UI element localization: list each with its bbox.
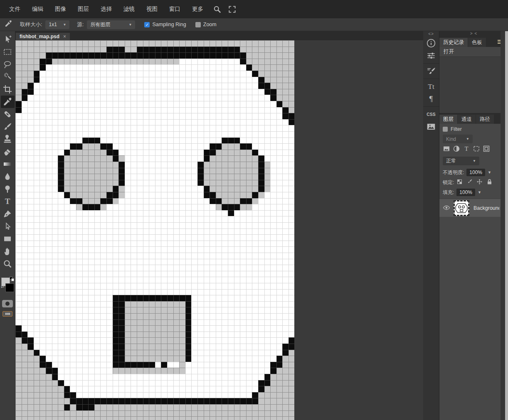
zoom-checkbox[interactable] — [195, 22, 201, 27]
blur-tool[interactable] — [1, 170, 15, 183]
magic-wand-tool[interactable] — [1, 71, 15, 83]
rectangle-icon — [2, 234, 12, 244]
eyedropper-tool[interactable] — [1, 96, 15, 108]
crop-tool[interactable] — [1, 83, 15, 96]
search-button[interactable] — [210, 3, 224, 15]
lock-label: 锁定: — [443, 179, 454, 186]
panel-toggle-paragraph[interactable]: ¶ — [423, 93, 439, 105]
quick-mask-icon — [5, 302, 10, 306]
filter-smart-object-icon[interactable] — [483, 145, 490, 154]
svg-text:CSS: CSS — [427, 112, 435, 117]
eye-icon — [443, 204, 450, 212]
layer-thumbnail[interactable] — [454, 200, 469, 216]
canvas-pixel-art[interactable] — [15, 40, 294, 420]
menu-item-select[interactable]: 选择 — [95, 3, 118, 15]
hand-tool[interactable] — [1, 245, 15, 258]
swap-colors-icon[interactable]: ⇄ — [1, 284, 4, 289]
layer-filter-checkbox[interactable] — [443, 127, 448, 132]
crop-icon — [2, 84, 12, 94]
fill-label: 填充: — [443, 189, 454, 196]
filter-image-icon[interactable] — [443, 145, 450, 154]
heal-tool[interactable] — [1, 108, 15, 120]
opacity-slider-icon[interactable]: ▼ — [488, 170, 491, 174]
lock-lock-icon — [486, 179, 493, 185]
lock-transparent-pixels-icon[interactable] — [456, 179, 463, 186]
rect-select-tool[interactable] — [1, 46, 15, 58]
document-tab[interactable]: fishbot_map.psd × — [16, 33, 70, 40]
filter-shape-icon[interactable] — [473, 145, 480, 154]
tool-palette: T ⇄ — [0, 31, 15, 420]
sample-size-dropdown[interactable]: 1x1▼ — [45, 20, 69, 29]
lock-all-icon[interactable] — [486, 179, 493, 186]
lock-brush-icon — [466, 179, 473, 185]
eraser-icon — [2, 147, 12, 157]
type-tool[interactable]: T — [1, 195, 15, 208]
source-dropdown[interactable]: 所有图层▼ — [87, 20, 135, 29]
fill-slider-icon[interactable]: ▼ — [478, 190, 481, 194]
panel-collapse-handle[interactable]: > < — [439, 31, 508, 37]
sample-size-label: 取样大小: — [20, 21, 42, 28]
filter-type-icon[interactable]: T — [463, 145, 470, 154]
layers-tab[interactable]: 图层 — [439, 115, 457, 124]
panel-toggle-brush-settings[interactable] — [423, 65, 439, 77]
fill-value[interactable]: 100% — [456, 189, 475, 196]
pen-tool[interactable] — [1, 208, 15, 220]
rectangle-tool[interactable] — [1, 233, 15, 245]
layer-row[interactable]: Background — [439, 199, 501, 217]
dodge-tool[interactable] — [1, 183, 15, 195]
zoom-tool[interactable] — [1, 258, 15, 270]
svg-text:Tt: Tt — [428, 82, 434, 91]
menu-item-window[interactable]: 窗口 — [163, 3, 186, 15]
menu-item-edit[interactable]: 编辑 — [26, 3, 49, 15]
layers-tab[interactable]: 路径 — [476, 115, 494, 124]
document-tab-bar: fishbot_map.psd × — [15, 31, 423, 40]
panel-tab[interactable]: 历史记录 — [439, 38, 468, 47]
menu-item-layer[interactable]: 图层 — [72, 3, 95, 15]
layer-kind-dropdown[interactable]: Kind▼ — [443, 135, 473, 143]
default-colors-icon[interactable] — [10, 277, 15, 282]
menu-item-view[interactable]: 视图 — [141, 3, 163, 15]
layers-tab[interactable]: 通道 — [458, 115, 476, 124]
keyboard-shortcuts-button[interactable] — [2, 311, 12, 317]
panel-toggle-adjustments[interactable] — [423, 49, 439, 62]
quick-mask-button[interactable] — [2, 300, 13, 307]
blend-mode-dropdown[interactable]: 正常▼ — [443, 157, 479, 165]
lock-move-icon — [476, 179, 483, 185]
path-select-tool[interactable] — [1, 220, 15, 233]
layer-visibility-toggle[interactable] — [439, 204, 454, 212]
lock-image-pixels-icon[interactable] — [466, 179, 473, 186]
background-color-swatch[interactable] — [5, 283, 14, 292]
panel-toggle-image[interactable] — [423, 120, 439, 133]
move-tool[interactable] — [1, 33, 15, 46]
document-title: fishbot_map.psd — [20, 34, 59, 39]
source-label: 源: — [77, 21, 84, 28]
lasso-tool[interactable] — [1, 58, 15, 71]
lock-position-icon[interactable] — [476, 179, 483, 186]
window-scrollbar[interactable] — [505, 31, 508, 420]
path-select-icon — [2, 221, 12, 231]
color-swatches[interactable]: ⇄ — [1, 277, 14, 296]
adjustments-icon — [426, 51, 436, 61]
panel-toggle-info[interactable] — [423, 37, 439, 49]
panel-toggle-css[interactable]: CSS — [423, 108, 439, 120]
menu-item-image[interactable]: 图像 — [49, 3, 72, 15]
gradient-tool[interactable] — [1, 158, 15, 170]
menu-item-more[interactable]: 更多 — [186, 3, 209, 15]
rail-collapse-handle[interactable]: <> — [428, 31, 434, 37]
clone-stamp-tool[interactable] — [1, 133, 15, 145]
thumbnail-face-preview — [455, 202, 468, 214]
history-step-open[interactable]: 打开 — [439, 47, 508, 57]
menu-item-filter[interactable]: 滤镜 — [118, 3, 141, 15]
filter-adjustment-icon[interactable] — [453, 145, 460, 154]
brush-tool[interactable] — [1, 120, 15, 133]
fullscreen-button[interactable] — [225, 3, 239, 15]
panel-toggle-character[interactable]: Tt — [423, 80, 439, 93]
sampling-ring-checkbox[interactable]: ✓ — [144, 22, 150, 27]
right-panel: > < 历史记录色板 打开 图层通道路径 Filter Kind▼ T 正常▼ … — [439, 31, 508, 420]
menu-item-file[interactable]: 文件 — [3, 3, 26, 15]
close-icon[interactable]: × — [63, 34, 66, 39]
opacity-value[interactable]: 100% — [466, 169, 485, 176]
eraser-tool[interactable] — [1, 145, 15, 158]
paragraph-icon: ¶ — [426, 94, 436, 104]
panel-tab[interactable]: 色板 — [468, 38, 486, 47]
